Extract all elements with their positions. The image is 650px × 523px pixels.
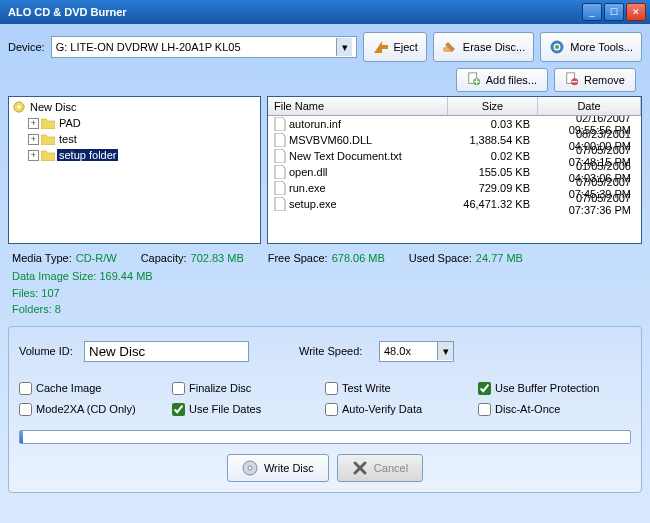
tree-item[interactable]: + PAD <box>27 115 258 131</box>
close-button[interactable]: ✕ <box>626 3 646 21</box>
burn-settings-panel: Volume ID: Write Speed: 48.0x ▾ Cache Im… <box>8 326 642 493</box>
more-tools-button[interactable]: More Tools... <box>540 32 642 62</box>
files-count: Files: 107 <box>12 285 638 302</box>
svg-point-2 <box>555 45 559 49</box>
device-label: Device: <box>8 41 45 53</box>
write-speed-select[interactable]: 48.0x ▾ <box>379 341 454 362</box>
add-files-button[interactable]: Add files... <box>456 68 548 92</box>
cancel-button[interactable]: Cancel <box>337 454 423 482</box>
erase-icon <box>442 39 458 55</box>
tree-root[interactable]: New Disc <box>11 99 258 115</box>
table-row[interactable]: setup.exe46,471.32 KB07/05/2007 07:37:36… <box>268 196 641 212</box>
folders-count: Folders: 8 <box>12 301 638 318</box>
chevron-down-icon[interactable]: ▾ <box>336 38 352 56</box>
auto-verify-check[interactable]: Auto-Verify Data <box>325 399 478 420</box>
disc-icon <box>12 101 26 113</box>
window-title: ALO CD & DVD Burner <box>4 6 580 18</box>
volume-id-label: Volume ID: <box>19 345 84 357</box>
file-icon <box>274 117 286 131</box>
stats2: Data Image Size: 169.44 MB Files: 107 Fo… <box>8 266 642 320</box>
write-speed-label: Write Speed: <box>299 345 379 357</box>
disc-icon <box>242 460 258 476</box>
col-name[interactable]: File Name <box>268 97 448 115</box>
file-icon <box>274 197 286 211</box>
tree-item[interactable]: + setup folder <box>27 147 258 163</box>
file-rows[interactable]: autorun.inf0.03 KB02/16/2007 09:55:56 PM… <box>268 116 641 243</box>
volume-id-input[interactable] <box>84 341 249 362</box>
panes: New Disc + PAD + test + setup folder Fil… <box>8 96 642 244</box>
file-dates-check[interactable]: Use File Dates <box>172 399 325 420</box>
used-space-label: Used Space: <box>409 252 472 264</box>
folder-icon <box>41 133 55 145</box>
add-icon <box>467 72 481 88</box>
remove-icon <box>565 72 579 88</box>
media-type-label: Media Type: <box>12 252 72 264</box>
file-icon <box>274 181 286 195</box>
stats-row: Media Type:CD-R/W Capacity:702.83 MB Fre… <box>8 244 642 266</box>
file-buttons-row: Add files... Remove <box>8 68 636 92</box>
gear-icon <box>549 39 565 55</box>
cache-image-check[interactable]: Cache Image <box>19 378 172 399</box>
eject-button[interactable]: Eject <box>363 32 426 62</box>
test-write-check[interactable]: Test Write <box>325 378 478 399</box>
data-image-size: Data Image Size: 169.44 MB <box>12 268 638 285</box>
svg-point-8 <box>17 105 20 108</box>
col-date[interactable]: Date <box>538 97 641 115</box>
column-headers: File Name Size Date <box>268 97 641 116</box>
disc-at-once-check[interactable]: Disc-At-Once <box>478 399 631 420</box>
free-space-label: Free Space: <box>268 252 328 264</box>
progress-fill <box>20 431 23 443</box>
action-buttons: Write Disc Cancel <box>19 454 631 482</box>
checkbox-grid: Cache Image Finalize Disc Test Write Use… <box>19 378 631 420</box>
capacity-value: 702.83 MB <box>191 252 244 264</box>
chevron-down-icon[interactable]: ▾ <box>437 342 453 360</box>
expand-icon[interactable]: + <box>28 118 39 129</box>
folder-icon <box>41 149 55 161</box>
device-value: G: LITE-ON DVDRW LH-20A1P KL05 <box>56 41 337 53</box>
file-icon <box>274 165 286 179</box>
device-select[interactable]: G: LITE-ON DVDRW LH-20A1P KL05 ▾ <box>51 36 358 58</box>
erase-button[interactable]: Erase Disc... <box>433 32 534 62</box>
expand-icon[interactable]: + <box>28 150 39 161</box>
used-space-value: 24.77 MB <box>476 252 523 264</box>
tree-item[interactable]: + test <box>27 131 258 147</box>
mode2xa-check[interactable]: Mode2XA (CD Only) <box>19 399 172 420</box>
finalize-disc-check[interactable]: Finalize Disc <box>172 378 325 399</box>
expand-icon[interactable]: + <box>28 134 39 145</box>
svg-point-10 <box>248 466 252 470</box>
free-space-value: 678.06 MB <box>332 252 385 264</box>
cancel-icon <box>352 460 368 476</box>
maximize-button[interactable]: ☐ <box>604 3 624 21</box>
volume-row: Volume ID: Write Speed: 48.0x ▾ <box>19 341 631 362</box>
progress-bar <box>19 430 631 444</box>
minimize-button[interactable]: _ <box>582 3 602 21</box>
buffer-protection-check[interactable]: Use Buffer Protection <box>478 378 631 399</box>
folder-tree[interactable]: New Disc + PAD + test + setup folder <box>8 96 261 244</box>
titlebar: ALO CD & DVD Burner _ ☐ ✕ <box>0 0 650 24</box>
folder-icon <box>41 117 55 129</box>
eject-icon <box>372 39 388 55</box>
write-disc-button[interactable]: Write Disc <box>227 454 329 482</box>
media-type-value: CD-R/W <box>76 252 117 264</box>
content-area: Device: G: LITE-ON DVDRW LH-20A1P KL05 ▾… <box>0 24 650 523</box>
device-row: Device: G: LITE-ON DVDRW LH-20A1P KL05 ▾… <box>8 32 642 62</box>
file-list: File Name Size Date autorun.inf0.03 KB02… <box>267 96 642 244</box>
file-icon <box>274 133 286 147</box>
capacity-label: Capacity: <box>141 252 187 264</box>
remove-button[interactable]: Remove <box>554 68 636 92</box>
file-icon <box>274 149 286 163</box>
col-size[interactable]: Size <box>448 97 538 115</box>
